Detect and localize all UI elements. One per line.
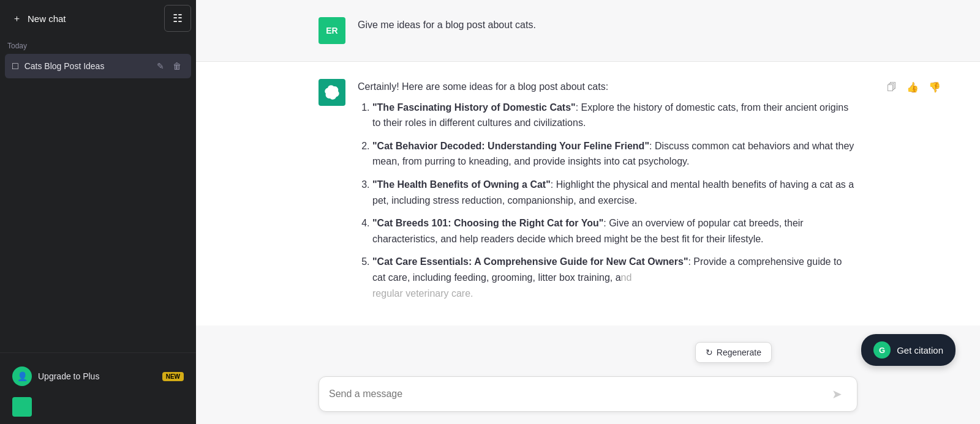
list-item: "The Health Benefits of Owning a Cat": H… <box>372 177 858 208</box>
idea-title-2: "Cat Behavior Decoded: Understanding You… <box>372 141 649 151</box>
thumbs-down-button[interactable]: 👎 <box>926 79 943 95</box>
chat-item-label: Cats Blog Post Ideas <box>24 61 154 71</box>
get-citation-label: Get citation <box>897 345 943 355</box>
user-message: ER Give me ideas for a blog post about c… <box>196 0 980 61</box>
idea-desc-5-fade: nd <box>621 272 632 283</box>
regenerate-icon: ↻ <box>706 348 713 357</box>
new-badge: NEW <box>162 372 184 381</box>
regenerate-button[interactable]: ↻ Regenerate <box>695 342 772 363</box>
new-chat-label: New chat <box>28 13 66 24</box>
plus-icon: ＋ <box>12 13 21 24</box>
upgrade-label: Upgrade to Plus <box>38 371 99 381</box>
idea-title-4: "Cat Breeds 101: Choosing the Right Cat … <box>372 218 603 228</box>
sidebar-bottom: 👤 Upgrade to Plus NEW <box>0 352 196 424</box>
upgrade-button[interactable]: 👤 Upgrade to Plus NEW <box>5 360 191 392</box>
message-input[interactable] <box>329 389 827 400</box>
user-avatar-icon: 👤 <box>12 366 32 386</box>
user-avatar: ER <box>318 17 345 44</box>
main-content: ER Give me ideas for a blog post about c… <box>196 0 980 424</box>
regenerate-label: Regenerate <box>717 348 761 357</box>
list-item: "Cat Breeds 101: Choosing the Right Cat … <box>372 215 858 247</box>
chat-item-actions: ✎ 🗑 <box>154 60 184 72</box>
section-today-label: Today <box>0 37 196 53</box>
green-status-bar <box>12 397 32 417</box>
list-item: "The Fascinating History of Domestic Cat… <box>372 100 858 131</box>
input-wrapper: ➤ <box>318 376 858 412</box>
thumbs-up-button[interactable]: 👍 <box>904 79 921 95</box>
user-message-content: Give me ideas for a blog post about cats… <box>358 17 858 38</box>
send-button[interactable]: ➤ <box>827 384 847 404</box>
edit-chat-button[interactable]: ✎ <box>154 60 167 72</box>
layout-toggle-button[interactable]: ☷ <box>164 5 191 32</box>
sidebar-top: ＋ New chat ☷ <box>0 0 196 37</box>
chat-container: ER Give me ideas for a blog post about c… <box>196 0 980 366</box>
chat-icon: □ <box>12 61 18 72</box>
new-chat-button[interactable]: ＋ New chat <box>5 7 159 31</box>
layout-icon: ☷ <box>173 12 183 25</box>
assistant-message: Certainly! Here are some ideas for a blo… <box>196 62 980 325</box>
assistant-avatar <box>318 79 345 106</box>
delete-chat-button[interactable]: 🗑 <box>170 60 184 72</box>
assistant-message-content: Certainly! Here are some ideas for a blo… <box>358 79 858 308</box>
list-item: "Cat Care Essentials: A Comprehensive Gu… <box>372 254 858 301</box>
citation-icon: G <box>873 341 891 359</box>
copy-button[interactable]: 🗍 <box>884 79 899 95</box>
ideas-list: "The Fascinating History of Domestic Cat… <box>358 100 858 302</box>
idea-title-1: "The Fascinating History of Domestic Cat… <box>372 102 576 113</box>
get-citation-button[interactable]: G Get citation <box>861 334 956 366</box>
input-area: ➤ <box>196 366 980 424</box>
chat-item[interactable]: □ Cats Blog Post Ideas ✎ 🗑 <box>5 54 191 78</box>
list-item: "Cat Behavior Decoded: Understanding You… <box>372 138 858 169</box>
sidebar: ＋ New chat ☷ Today □ Cats Blog Post Idea… <box>0 0 196 424</box>
message-actions: 🗍 👍 👎 <box>884 79 943 95</box>
idea-desc-5-end: regular veterinary care. <box>372 288 473 299</box>
idea-title-3: "The Health Benefits of Owning a Cat" <box>372 179 551 190</box>
idea-title-5: "Cat Care Essentials: A Comprehensive Gu… <box>372 256 688 267</box>
